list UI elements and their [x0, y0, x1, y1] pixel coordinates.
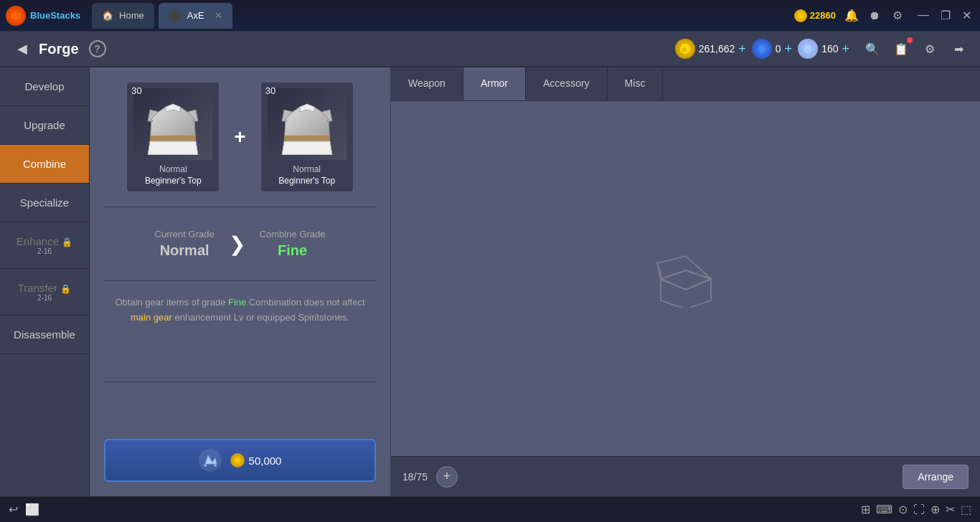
taskbar-camera-icon[interactable]: ⊙ — [898, 503, 908, 516]
enhance-lock-text: 2-16 — [7, 247, 82, 255]
svg-text:G: G — [682, 47, 687, 53]
taskbar-grid-icon[interactable]: ⊞ — [861, 503, 870, 516]
divider-1 — [104, 207, 376, 207]
help-button[interactable]: ? — [89, 40, 106, 57]
item-card-1[interactable]: 30 — [126, 82, 220, 192]
bluestacks-logo — [6, 6, 26, 26]
inventory-bottom-bar: 18/75 + Arrange — [391, 456, 980, 496]
combine-grade-value: Fine — [260, 242, 326, 259]
add-slot-button[interactable]: + — [436, 466, 458, 488]
arrange-label: Arrange — [918, 471, 953, 483]
combine-button-icon — [199, 449, 222, 472]
back-button[interactable]: ◀ — [11, 38, 33, 60]
svg-marker-10 — [661, 270, 711, 290]
empty-box — [654, 250, 718, 308]
combine-cost-amount: 50,000 — [249, 455, 282, 467]
sidebar-item-transfer[interactable]: Transfer 🔒 2-16 — [0, 269, 89, 315]
gear-icon[interactable]: ⚙ — [920, 39, 940, 59]
gem-resource: 0 + — [752, 39, 792, 59]
sidebar-item-upgrade[interactable]: Upgrade — [0, 106, 89, 145]
svg-marker-0 — [11, 11, 21, 21]
item2-grade: Normal — [267, 164, 347, 174]
taskbar: ↩ ⬜ ⊞ ⌨ ⊙ ⛶ ⊕ ✂ ⬚ — [0, 496, 980, 522]
disassemble-label: Disassemble — [14, 328, 75, 341]
taskbar-back-icon[interactable]: ↩ — [9, 503, 18, 516]
arrange-button[interactable]: Arrange — [903, 465, 969, 489]
tab-weapon-label: Weapon — [408, 77, 446, 89]
close-tab-icon[interactable]: ✕ — [215, 10, 222, 21]
gem-amount: 0 — [776, 43, 781, 54]
taskbar-keyboard-icon[interactable]: ⌨ — [876, 503, 892, 516]
item2-level: 30 — [265, 85, 275, 96]
settings-icon[interactable]: ⚙ — [890, 9, 905, 23]
svg-marker-12 — [657, 263, 661, 279]
close-button[interactable]: ✕ — [959, 9, 974, 22]
info-text: Obtain gear items of grade Fine.Combinat… — [104, 295, 376, 326]
info-text-2: .Combination does not affect — [246, 297, 364, 308]
tab-accessory[interactable]: Accessory — [526, 67, 608, 100]
svg-rect-5 — [150, 136, 196, 141]
sidebar-item-enhance[interactable]: Enhance 🔒 2-16 — [0, 222, 89, 269]
gem-add-button[interactable]: + — [785, 42, 793, 57]
info-text-1: Obtain gear items of grade — [115, 297, 228, 308]
taskbar-home-icon[interactable]: ⬜ — [25, 503, 39, 516]
taskbar-fullscreen-icon[interactable]: ⛶ — [913, 503, 925, 516]
plus-sign: + — [234, 125, 245, 148]
item1-name: Beginner's Top — [133, 176, 213, 186]
brand-name: BlueStacks — [30, 10, 80, 21]
crystal-resource: 160 + — [798, 39, 849, 59]
tab-weapon[interactable]: Weapon — [391, 67, 463, 100]
record-icon[interactable]: ⏺ — [867, 9, 882, 23]
taskbar-window-icon[interactable]: ⬚ — [961, 503, 971, 516]
sidebar-item-combine[interactable]: Combine — [0, 145, 89, 184]
gold-resource: G 261,662 + — [675, 39, 746, 59]
restore-button[interactable]: ❐ — [938, 9, 953, 22]
game-icon — [169, 9, 182, 22]
svg-marker-9 — [661, 279, 711, 308]
current-grade-block: Current Grade Normal — [155, 229, 215, 259]
crystal-icon — [798, 39, 818, 59]
title-bar: BlueStacks 🏠 Home AxE ✕ 22860 🔔 ⏺ ⚙ — ❐ … — [0, 0, 980, 32]
gold-icon: G — [675, 39, 695, 59]
gold-amount: 261,662 — [699, 43, 735, 54]
titlebar-right: 22860 🔔 ⏺ ⚙ — [794, 9, 905, 23]
crystal-add-button[interactable]: + — [842, 42, 849, 57]
svg-marker-4 — [804, 44, 811, 54]
game-tab-label: AxE — [187, 10, 204, 21]
gold-add-button[interactable]: + — [738, 42, 746, 57]
svg-marker-11 — [657, 256, 711, 279]
svg-rect-6 — [284, 136, 330, 141]
grade-section: Current Grade Normal ❯ Combine Grade Fin… — [104, 222, 376, 266]
tab-misc[interactable]: Misc — [608, 67, 664, 100]
combine-row: 30 — [104, 82, 376, 192]
minimize-button[interactable]: — — [915, 9, 932, 22]
svg-marker-3 — [758, 44, 765, 52]
upgrade-label: Upgrade — [24, 119, 65, 131]
game-tab[interactable]: AxE ✕ — [159, 3, 232, 29]
search-icon[interactable]: 🔍 — [862, 39, 882, 59]
crystal-amount: 160 — [821, 43, 838, 54]
cost-gold-icon — [230, 453, 245, 468]
sidebar-item-develop[interactable]: Develop — [0, 67, 89, 106]
home-tab[interactable]: 🏠 Home — [92, 3, 154, 29]
develop-label: Develop — [24, 80, 64, 92]
taskbar-map-icon[interactable]: ⊕ — [930, 503, 940, 516]
tab-misc-label: Misc — [625, 77, 646, 89]
item-card-2[interactable]: 30 — [260, 82, 354, 192]
home-icon: 🏠 — [102, 10, 113, 21]
taskbar-scissors-icon[interactable]: ✂ — [946, 503, 955, 516]
sidebar-item-disassemble[interactable]: Disassemble — [0, 315, 89, 354]
tab-armor[interactable]: Armor — [463, 67, 526, 100]
game-bar-icons: 🔍 📋 ⚙ ➡ — [862, 39, 969, 59]
coin-display: 22860 — [794, 9, 836, 22]
bell-icon[interactable]: 🔔 — [844, 9, 859, 23]
specialize-label: Specialize — [20, 196, 69, 209]
coin-amount: 22860 — [810, 10, 836, 21]
logout-icon[interactable]: ➡ — [948, 39, 969, 59]
forge-title: Forge — [39, 41, 79, 57]
quest-icon[interactable]: 📋 — [891, 39, 911, 59]
combine-label: Combine — [23, 158, 66, 170]
sidebar-item-specialize[interactable]: Specialize — [0, 184, 89, 222]
combine-button[interactable]: 50,000 — [104, 439, 376, 482]
svg-point-8 — [214, 464, 217, 467]
